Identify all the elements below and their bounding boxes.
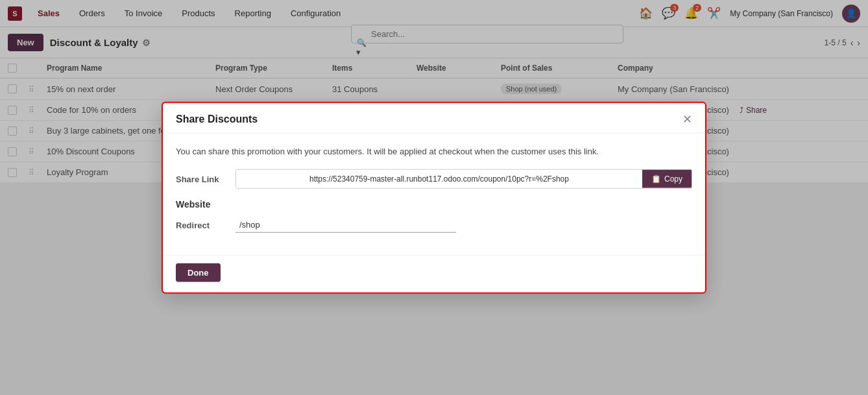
share-discounts-modal: Share Discounts ✕ You can share this pro…	[162, 101, 706, 294]
modal-title: Share Discounts	[176, 113, 258, 125]
share-link-wrapper: 📋 Copy	[235, 169, 692, 189]
modal-footer: Done	[163, 255, 705, 293]
redirect-row: Redirect	[176, 217, 692, 233]
share-link-row: Share Link 📋 Copy	[176, 169, 692, 189]
share-link-input[interactable]	[236, 170, 642, 188]
redirect-label: Redirect	[176, 220, 228, 230]
copy-button[interactable]: 📋 Copy	[642, 170, 692, 188]
website-section-title: Website	[176, 199, 692, 209]
modal-body: You can share this promotion with your c…	[163, 133, 705, 255]
modal-close-button[interactable]: ✕	[682, 113, 692, 125]
copy-icon: 📋	[651, 174, 661, 184]
share-link-label: Share Link	[176, 174, 228, 184]
modal-description: You can share this promotion with your c…	[176, 145, 692, 158]
modal-header: Share Discounts ✕	[163, 102, 705, 133]
done-button[interactable]: Done	[176, 263, 221, 282]
redirect-input[interactable]	[235, 217, 456, 233]
